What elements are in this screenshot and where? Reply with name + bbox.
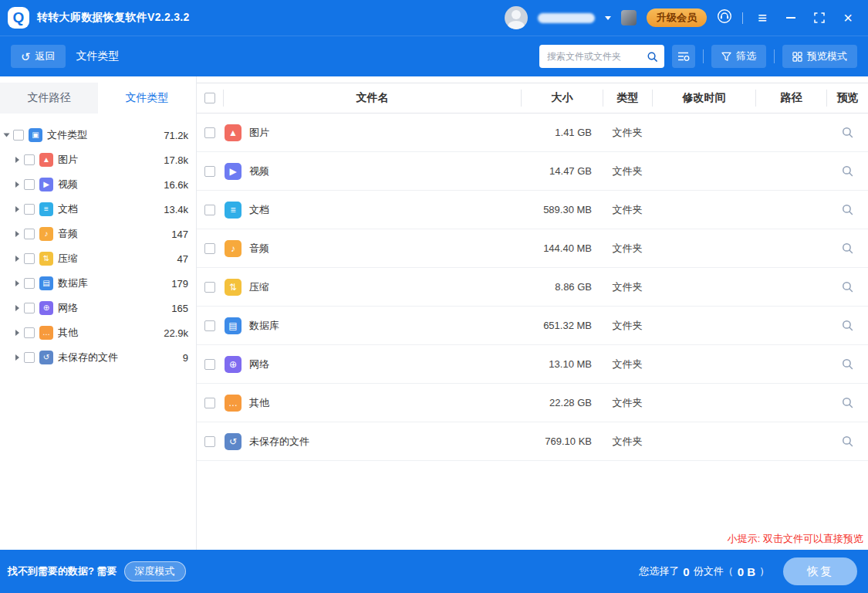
checkbox[interactable] bbox=[24, 253, 35, 264]
chevron-down-icon[interactable] bbox=[605, 16, 611, 20]
checkbox[interactable] bbox=[24, 154, 35, 165]
preview-icon[interactable] bbox=[826, 280, 868, 293]
expand-arrow-icon[interactable] bbox=[15, 305, 19, 311]
checkbox[interactable] bbox=[13, 130, 24, 141]
table-row[interactable]: ⊕网络 13.10 MB 文件夹 bbox=[197, 345, 868, 384]
sidebar-item-other[interactable]: … 其他 22.9k bbox=[5, 320, 190, 345]
close-icon: × bbox=[843, 10, 853, 25]
row-checkbox[interactable] bbox=[204, 320, 215, 331]
table-row[interactable]: ▲图片 1.41 GB 文件夹 bbox=[197, 114, 868, 152]
search-box[interactable] bbox=[539, 45, 664, 68]
user-avatar[interactable] bbox=[505, 6, 528, 29]
preview-icon[interactable] bbox=[826, 164, 868, 178]
recover-button[interactable]: 恢复 bbox=[783, 557, 857, 585]
table-row[interactable]: ▤数据库 651.32 MB 文件夹 bbox=[197, 307, 868, 345]
filter-button[interactable]: 筛选 bbox=[711, 45, 766, 68]
selected-size: 0 B bbox=[738, 565, 755, 578]
table-row[interactable]: …其他 22.28 GB 文件夹 bbox=[197, 384, 868, 422]
checkbox[interactable] bbox=[24, 229, 35, 239]
expand-arrow-icon[interactable] bbox=[15, 354, 19, 361]
breadcrumb: 文件类型 bbox=[76, 49, 120, 63]
row-checkbox[interactable] bbox=[204, 436, 215, 447]
deep-scan-question: 找不到需要的数据? 需要 bbox=[8, 564, 117, 578]
column-header-preview[interactable]: 预览 bbox=[826, 90, 868, 107]
checkbox[interactable] bbox=[24, 303, 35, 313]
preview-icon[interactable] bbox=[826, 242, 868, 255]
expand-arrow-icon[interactable] bbox=[15, 157, 19, 163]
table-row[interactable]: ♪音频 144.40 MB 文件夹 bbox=[197, 229, 868, 268]
column-header-name[interactable]: 文件名 bbox=[223, 90, 521, 107]
tree-item-count: 16.6k bbox=[164, 179, 190, 191]
preview-mode-button[interactable]: 预览模式 bbox=[782, 45, 857, 68]
sidebar-item-audio[interactable]: ♪ 音频 147 bbox=[5, 222, 190, 246]
filter-icon bbox=[721, 52, 731, 62]
preview-icon[interactable] bbox=[826, 203, 868, 216]
sidebar-item-network[interactable]: ⊕ 网络 165 bbox=[5, 296, 190, 320]
menu-button[interactable]: ≡ bbox=[753, 8, 772, 27]
preview-icon[interactable] bbox=[826, 396, 868, 409]
sidebar-item-database[interactable]: ▤ 数据库 179 bbox=[5, 271, 190, 296]
sidebar-tabs: 文件路径 文件类型 bbox=[0, 83, 196, 114]
tree-item-label: 网络 bbox=[58, 301, 167, 315]
expand-arrow-icon[interactable] bbox=[4, 134, 10, 137]
file-type: 文件夹 bbox=[603, 280, 652, 294]
checkbox[interactable] bbox=[24, 352, 35, 363]
search-input[interactable] bbox=[545, 50, 642, 63]
close-button[interactable]: × bbox=[839, 8, 857, 27]
sidebar-item-file-types[interactable]: ▣ 文件类型 71.2k bbox=[5, 123, 190, 147]
file-type: 文件夹 bbox=[603, 126, 652, 140]
sidebar-item-videos[interactable]: ▶ 视频 16.6k bbox=[5, 172, 190, 197]
checkbox[interactable] bbox=[24, 204, 35, 215]
back-button[interactable]: ↺ 返回 bbox=[11, 45, 66, 68]
video-icon: ▶ bbox=[39, 178, 53, 191]
checkbox[interactable] bbox=[24, 179, 35, 190]
expand-arrow-icon[interactable] bbox=[15, 181, 19, 188]
file-size: 1.41 GB bbox=[521, 127, 603, 138]
tree-item-count: 179 bbox=[171, 278, 190, 290]
tab-file-path[interactable]: 文件路径 bbox=[0, 83, 98, 114]
search-icon[interactable] bbox=[647, 51, 658, 63]
expand-arrow-icon[interactable] bbox=[15, 206, 19, 212]
select-all-checkbox[interactable] bbox=[204, 93, 215, 103]
expand-arrow-icon[interactable] bbox=[15, 256, 19, 262]
checkbox[interactable] bbox=[24, 327, 35, 338]
archive-icon: ⇅ bbox=[225, 279, 241, 296]
preview-icon[interactable] bbox=[826, 435, 868, 448]
customer-service-icon[interactable] bbox=[717, 8, 732, 27]
expand-arrow-icon[interactable] bbox=[15, 231, 19, 237]
table-row[interactable]: ⇅压缩 8.86 GB 文件夹 bbox=[197, 268, 868, 307]
file-type: 文件夹 bbox=[603, 203, 652, 217]
sidebar-item-documents[interactable]: ≡ 文档 13.4k bbox=[5, 197, 190, 222]
expand-arrow-icon[interactable] bbox=[15, 280, 19, 286]
column-header-path[interactable]: 路径 bbox=[755, 90, 826, 107]
list-icon bbox=[677, 51, 690, 62]
row-checkbox[interactable] bbox=[204, 282, 215, 293]
row-checkbox[interactable] bbox=[204, 205, 215, 215]
minimize-button[interactable] bbox=[782, 8, 800, 27]
deep-mode-button[interactable]: 深度模式 bbox=[124, 561, 186, 581]
row-checkbox[interactable] bbox=[204, 359, 215, 370]
tree-item-label: 视频 bbox=[58, 178, 159, 191]
list-view-button[interactable] bbox=[672, 45, 695, 68]
preview-icon[interactable] bbox=[826, 357, 868, 371]
tab-file-type[interactable]: 文件类型 bbox=[98, 83, 196, 114]
sidebar-item-unsaved[interactable]: ↺ 未保存的文件 9 bbox=[5, 345, 190, 370]
table-row[interactable]: ↺未保存的文件 769.10 KB 文件夹 bbox=[197, 422, 868, 461]
checkbox[interactable] bbox=[24, 278, 35, 289]
table-row[interactable]: ▶视频 14.47 GB 文件夹 bbox=[197, 152, 868, 191]
sidebar-item-archives[interactable]: ⇅ 压缩 47 bbox=[5, 246, 190, 271]
row-checkbox[interactable] bbox=[204, 398, 215, 408]
preview-icon[interactable] bbox=[826, 319, 868, 332]
row-checkbox[interactable] bbox=[204, 127, 215, 138]
upgrade-member-button[interactable]: 升级会员 bbox=[647, 8, 707, 27]
column-header-modified[interactable]: 修改时间 bbox=[652, 90, 755, 107]
preview-icon[interactable] bbox=[826, 126, 868, 139]
column-header-type[interactable]: 类型 bbox=[603, 90, 652, 107]
maximize-button[interactable] bbox=[810, 8, 829, 27]
sidebar-item-images[interactable]: ▲ 图片 17.8k bbox=[5, 147, 190, 172]
table-row[interactable]: ≡文档 589.30 MB 文件夹 bbox=[197, 191, 868, 229]
column-header-size[interactable]: 大小 bbox=[521, 90, 603, 107]
row-checkbox[interactable] bbox=[204, 243, 215, 254]
expand-arrow-icon[interactable] bbox=[15, 330, 19, 336]
row-checkbox[interactable] bbox=[204, 166, 215, 177]
